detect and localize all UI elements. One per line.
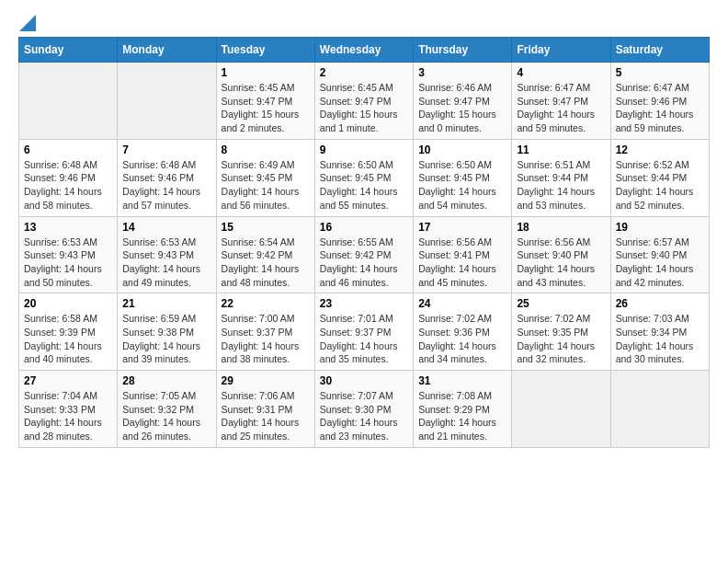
day-info: Sunrise: 6:47 AM Sunset: 9:47 PM Dayligh… bbox=[517, 81, 605, 135]
calendar-cell: 26Sunrise: 7:03 AM Sunset: 9:34 PM Dayli… bbox=[610, 293, 709, 371]
day-number: 18 bbox=[517, 221, 605, 234]
calendar-week-row: 6Sunrise: 6:48 AM Sunset: 9:46 PM Daylig… bbox=[19, 139, 710, 216]
calendar-week-row: 1Sunrise: 6:45 AM Sunset: 9:47 PM Daylig… bbox=[19, 63, 710, 140]
day-number: 27 bbox=[24, 374, 112, 387]
day-info: Sunrise: 6:59 AM Sunset: 9:38 PM Dayligh… bbox=[122, 312, 210, 366]
weekday-header-cell: Monday bbox=[118, 38, 216, 63]
day-number: 9 bbox=[320, 144, 408, 156]
day-number: 24 bbox=[418, 297, 506, 310]
day-number: 11 bbox=[517, 144, 605, 156]
svg-marker-0 bbox=[19, 15, 36, 31]
calendar-week-row: 27Sunrise: 7:04 AM Sunset: 9:33 PM Dayli… bbox=[19, 371, 710, 448]
calendar-cell: 20Sunrise: 6:58 AM Sunset: 9:39 PM Dayli… bbox=[19, 293, 118, 371]
day-number: 5 bbox=[616, 66, 704, 79]
day-info: Sunrise: 7:06 AM Sunset: 9:31 PM Dayligh… bbox=[222, 389, 310, 443]
calendar-cell: 18Sunrise: 6:56 AM Sunset: 9:40 PM Dayli… bbox=[512, 216, 610, 293]
day-number: 1 bbox=[222, 66, 310, 79]
calendar-cell: 12Sunrise: 6:52 AM Sunset: 9:44 PM Dayli… bbox=[610, 139, 709, 216]
day-info: Sunrise: 7:02 AM Sunset: 9:36 PM Dayligh… bbox=[418, 312, 506, 366]
calendar-cell: 3Sunrise: 6:46 AM Sunset: 9:47 PM Daylig… bbox=[414, 63, 512, 140]
calendar-cell bbox=[610, 371, 709, 448]
calendar-cell: 19Sunrise: 6:57 AM Sunset: 9:40 PM Dayli… bbox=[610, 216, 709, 293]
day-info: Sunrise: 6:58 AM Sunset: 9:39 PM Dayligh… bbox=[24, 312, 112, 366]
calendar-cell: 21Sunrise: 6:59 AM Sunset: 9:38 PM Dayli… bbox=[118, 293, 216, 371]
day-number: 19 bbox=[616, 221, 704, 234]
day-number: 13 bbox=[24, 221, 112, 234]
day-info: Sunrise: 7:00 AM Sunset: 9:37 PM Dayligh… bbox=[222, 312, 310, 366]
day-number: 25 bbox=[517, 297, 605, 310]
calendar-cell: 7Sunrise: 6:48 AM Sunset: 9:46 PM Daylig… bbox=[118, 139, 216, 216]
day-info: Sunrise: 7:08 AM Sunset: 9:29 PM Dayligh… bbox=[418, 389, 506, 443]
day-info: Sunrise: 6:56 AM Sunset: 9:41 PM Dayligh… bbox=[418, 236, 506, 290]
day-info: Sunrise: 6:55 AM Sunset: 9:42 PM Dayligh… bbox=[320, 236, 408, 290]
day-number: 4 bbox=[517, 66, 605, 79]
day-number: 20 bbox=[24, 297, 112, 310]
calendar-cell: 17Sunrise: 6:56 AM Sunset: 9:41 PM Dayli… bbox=[414, 216, 512, 293]
logo-arrow-icon bbox=[19, 15, 36, 31]
day-info: Sunrise: 6:56 AM Sunset: 9:40 PM Dayligh… bbox=[517, 236, 605, 290]
calendar-cell: 27Sunrise: 7:04 AM Sunset: 9:33 PM Dayli… bbox=[19, 371, 118, 448]
calendar-cell: 8Sunrise: 6:49 AM Sunset: 9:45 PM Daylig… bbox=[216, 139, 314, 216]
day-info: Sunrise: 6:51 AM Sunset: 9:44 PM Dayligh… bbox=[517, 158, 605, 213]
day-number: 29 bbox=[222, 374, 310, 387]
calendar-cell: 22Sunrise: 7:00 AM Sunset: 9:37 PM Dayli… bbox=[216, 293, 314, 371]
day-number: 2 bbox=[320, 66, 408, 79]
day-info: Sunrise: 7:03 AM Sunset: 9:34 PM Dayligh… bbox=[616, 312, 704, 366]
calendar-cell: 30Sunrise: 7:07 AM Sunset: 9:30 PM Dayli… bbox=[314, 371, 413, 448]
weekday-header-cell: Wednesday bbox=[314, 38, 413, 63]
calendar-cell: 14Sunrise: 6:53 AM Sunset: 9:43 PM Dayli… bbox=[118, 216, 216, 293]
calendar-cell bbox=[118, 63, 216, 140]
day-info: Sunrise: 6:48 AM Sunset: 9:46 PM Dayligh… bbox=[122, 158, 210, 213]
calendar-cell: 28Sunrise: 7:05 AM Sunset: 9:32 PM Dayli… bbox=[118, 371, 216, 448]
calendar-cell: 16Sunrise: 6:55 AM Sunset: 9:42 PM Dayli… bbox=[314, 216, 413, 293]
calendar-cell bbox=[19, 63, 118, 140]
calendar-cell: 10Sunrise: 6:50 AM Sunset: 9:45 PM Dayli… bbox=[414, 139, 512, 216]
calendar-week-row: 13Sunrise: 6:53 AM Sunset: 9:43 PM Dayli… bbox=[19, 216, 710, 293]
day-number: 21 bbox=[122, 297, 210, 310]
weekday-header-cell: Sunday bbox=[19, 38, 118, 63]
day-info: Sunrise: 7:07 AM Sunset: 9:30 PM Dayligh… bbox=[320, 389, 408, 443]
day-info: Sunrise: 6:47 AM Sunset: 9:46 PM Dayligh… bbox=[616, 81, 704, 135]
day-info: Sunrise: 6:45 AM Sunset: 9:47 PM Dayligh… bbox=[320, 81, 408, 135]
day-info: Sunrise: 6:53 AM Sunset: 9:43 PM Dayligh… bbox=[122, 236, 210, 290]
calendar-cell: 24Sunrise: 7:02 AM Sunset: 9:36 PM Dayli… bbox=[414, 293, 512, 371]
day-info: Sunrise: 6:46 AM Sunset: 9:47 PM Dayligh… bbox=[418, 81, 506, 135]
day-number: 30 bbox=[320, 374, 408, 387]
calendar-body: 1Sunrise: 6:45 AM Sunset: 9:47 PM Daylig… bbox=[19, 63, 710, 448]
calendar-cell: 29Sunrise: 7:06 AM Sunset: 9:31 PM Dayli… bbox=[216, 371, 314, 448]
day-number: 7 bbox=[122, 144, 210, 156]
day-info: Sunrise: 6:49 AM Sunset: 9:45 PM Dayligh… bbox=[222, 158, 310, 213]
day-number: 26 bbox=[616, 297, 704, 310]
weekday-header-cell: Thursday bbox=[414, 38, 512, 63]
day-number: 12 bbox=[616, 144, 704, 156]
day-number: 15 bbox=[222, 221, 310, 234]
calendar-cell: 15Sunrise: 6:54 AM Sunset: 9:42 PM Dayli… bbox=[216, 216, 314, 293]
day-info: Sunrise: 7:04 AM Sunset: 9:33 PM Dayligh… bbox=[24, 389, 112, 443]
day-info: Sunrise: 6:50 AM Sunset: 9:45 PM Dayligh… bbox=[320, 158, 408, 213]
weekday-header-cell: Saturday bbox=[610, 38, 709, 63]
day-number: 28 bbox=[122, 374, 210, 387]
weekday-header-cell: Tuesday bbox=[216, 38, 314, 63]
day-number: 10 bbox=[418, 144, 506, 156]
day-info: Sunrise: 6:45 AM Sunset: 9:47 PM Dayligh… bbox=[222, 81, 310, 135]
day-info: Sunrise: 7:05 AM Sunset: 9:32 PM Dayligh… bbox=[122, 389, 210, 443]
day-number: 23 bbox=[320, 297, 408, 310]
logo bbox=[18, 18, 36, 28]
day-number: 3 bbox=[418, 66, 506, 79]
day-info: Sunrise: 6:53 AM Sunset: 9:43 PM Dayligh… bbox=[24, 236, 112, 290]
day-info: Sunrise: 7:02 AM Sunset: 9:35 PM Dayligh… bbox=[517, 312, 605, 366]
page-header bbox=[18, 18, 710, 28]
calendar-cell: 4Sunrise: 6:47 AM Sunset: 9:47 PM Daylig… bbox=[512, 63, 610, 140]
calendar-cell: 5Sunrise: 6:47 AM Sunset: 9:46 PM Daylig… bbox=[610, 63, 709, 140]
calendar-cell: 23Sunrise: 7:01 AM Sunset: 9:37 PM Dayli… bbox=[314, 293, 413, 371]
day-number: 6 bbox=[24, 144, 112, 156]
day-number: 17 bbox=[418, 221, 506, 234]
calendar-week-row: 20Sunrise: 6:58 AM Sunset: 9:39 PM Dayli… bbox=[19, 293, 710, 371]
calendar-table: SundayMondayTuesdayWednesdayThursdayFrid… bbox=[18, 37, 710, 448]
calendar-cell: 1Sunrise: 6:45 AM Sunset: 9:47 PM Daylig… bbox=[216, 63, 314, 140]
day-number: 14 bbox=[122, 221, 210, 234]
calendar-cell: 9Sunrise: 6:50 AM Sunset: 9:45 PM Daylig… bbox=[314, 139, 413, 216]
calendar-cell: 2Sunrise: 6:45 AM Sunset: 9:47 PM Daylig… bbox=[314, 63, 413, 140]
calendar-cell bbox=[512, 371, 610, 448]
day-info: Sunrise: 6:50 AM Sunset: 9:45 PM Dayligh… bbox=[418, 158, 506, 213]
